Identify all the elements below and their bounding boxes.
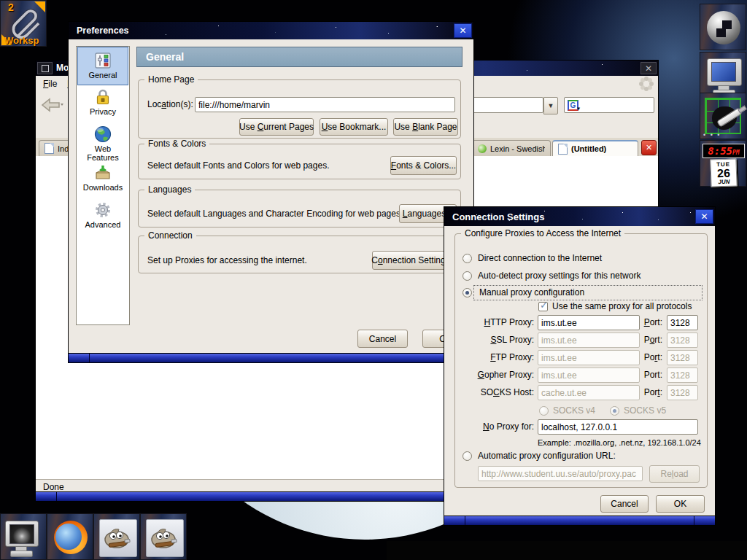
desktop: 2 Worksp • • • • • • 8:55PM TUE 26 JUN bbox=[0, 0, 747, 560]
use-bookmark-button[interactable]: Use Bookmark... bbox=[320, 118, 388, 136]
dock-item-clock[interactable]: 8:55PM TUE 26 JUN bbox=[700, 140, 746, 187]
group-languages: Languages Select default Languages and C… bbox=[138, 190, 461, 228]
general-icon bbox=[93, 51, 112, 70]
tool-grid-icon bbox=[705, 98, 741, 134]
ssl-proxy-label: SSL Proxy: bbox=[455, 332, 534, 348]
ftp-port-input[interactable]: 3128 bbox=[667, 350, 698, 365]
http-port-input[interactable]: 3128 bbox=[667, 315, 698, 330]
connection-titlebar[interactable]: Connection Settings ✕ bbox=[444, 207, 715, 226]
ftp-proxy-label: FTP Proxy: bbox=[455, 350, 534, 365]
no-proxy-input[interactable]: localhost, 127.0.0.1 bbox=[538, 419, 698, 435]
miniwindow-gimp-1[interactable] bbox=[93, 513, 140, 560]
ssl-proxy-input[interactable]: ims.ut.ee bbox=[538, 332, 640, 348]
radio-icon[interactable] bbox=[462, 271, 472, 281]
same-proxy-checkbox[interactable]: ✓ Use the same proxy for all protocols bbox=[538, 301, 692, 311]
gimp-wilber-icon bbox=[100, 520, 135, 555]
socks-v4-radio[interactable] bbox=[539, 406, 549, 416]
connection-resize-bar[interactable] bbox=[444, 516, 715, 525]
miniwindow-video[interactable] bbox=[0, 513, 47, 560]
preferences-close-button[interactable]: ✕ bbox=[454, 23, 472, 38]
proxy-url-input[interactable]: http://www.student.uu.se/auto/proxy.pac bbox=[478, 466, 643, 481]
back-button[interactable] bbox=[40, 96, 65, 114]
throbber-icon bbox=[645, 82, 648, 85]
dock-item-config-tool[interactable]: • • • bbox=[700, 93, 746, 139]
firefox-icon bbox=[54, 521, 88, 554]
dock-item-terminal[interactable]: • • • bbox=[700, 52, 746, 98]
miniwindow-gimp-2[interactable] bbox=[140, 513, 187, 560]
socks-host-label: SOCKS Host: bbox=[455, 385, 534, 400]
no-proxy-label: No Proxy for: bbox=[455, 419, 534, 435]
ssl-port-label: Port: bbox=[639, 332, 662, 348]
gopher-port-label: Port: bbox=[639, 368, 662, 383]
fonts-colors-button[interactable]: Fonts & Colors... bbox=[390, 156, 457, 175]
dialog-title: Connection Settings bbox=[452, 211, 544, 222]
google-logo-icon: G ▾ bbox=[568, 100, 578, 111]
gopher-proxy-input[interactable]: ims.ut.ee bbox=[538, 368, 640, 383]
socks-v5-radio[interactable] bbox=[610, 406, 619, 416]
fonts-colors-text: Select default Fonts and Colors for web … bbox=[147, 160, 329, 171]
group-legend: Configure Proxies to Access the Internet bbox=[461, 228, 624, 238]
use-blank-page-button[interactable]: Use Blank Page bbox=[393, 118, 458, 136]
workspace-clip[interactable]: 2 Worksp bbox=[0, 0, 47, 47]
sidebar-item-general[interactable]: General bbox=[77, 47, 128, 85]
search-engine-dropdown-icon[interactable]: ▾ bbox=[577, 104, 580, 112]
prefs-cancel-button[interactable]: Cancel bbox=[357, 330, 408, 348]
lexin-favicon bbox=[478, 144, 487, 153]
checkbox-icon[interactable]: ✓ bbox=[538, 302, 548, 311]
group-home-page: Home Page Location(s): file:///home/marv… bbox=[138, 79, 461, 139]
back-dropdown-icon bbox=[61, 104, 63, 106]
ftp-port-label: Port: bbox=[639, 350, 662, 365]
location-input[interactable]: file:///home/marvin bbox=[195, 97, 455, 112]
socks-version-row: SOCKS v4 SOCKS v5 bbox=[539, 405, 666, 416]
conn-cancel-button[interactable]: Cancel bbox=[600, 495, 649, 513]
reload-button[interactable]: Reload bbox=[649, 465, 700, 483]
socks-port-input[interactable]: 3128 bbox=[667, 385, 698, 400]
ssl-port-input[interactable]: 3128 bbox=[667, 332, 698, 348]
gopher-proxy-row: Gopher Proxy: ims.ut.ee Port: 3128 bbox=[455, 368, 707, 383]
tab-untitled[interactable]: (Untitled) bbox=[552, 140, 638, 156]
radio-manual[interactable]: Manual proxy configuration bbox=[462, 287, 584, 298]
socks-host-input[interactable]: cache.ut.ee bbox=[538, 385, 640, 400]
group-legend: Fonts & Colors bbox=[144, 139, 209, 149]
gopher-port-input[interactable]: 3128 bbox=[667, 368, 698, 383]
search-input[interactable]: G ▾ bbox=[564, 97, 654, 113]
example-text: Example: .mozilla.org, .net.nz, 192.168.… bbox=[538, 438, 701, 447]
conn-ok-button[interactable]: OK bbox=[656, 495, 705, 513]
radio-icon[interactable] bbox=[462, 254, 472, 263]
radio-auto-detect[interactable]: Auto-detect proxy settings for this netw… bbox=[462, 271, 640, 281]
url-dropdown-button[interactable]: ▼ bbox=[543, 97, 558, 114]
sidebar-item-web-features[interactable]: Web Features bbox=[78, 125, 128, 162]
tab-close-button[interactable]: ✕ bbox=[641, 140, 657, 155]
http-proxy-label: HTTP Proxy: bbox=[455, 315, 534, 330]
miniaturize-button[interactable] bbox=[37, 62, 53, 74]
tab-lexin[interactable]: Lexin - Swedish-... bbox=[472, 140, 551, 156]
sidebar-item-advanced[interactable]: Advanced bbox=[78, 201, 128, 229]
miniwindow-firefox[interactable] bbox=[47, 513, 93, 560]
radio-auto-url[interactable]: Automatic proxy configuration URL: bbox=[462, 451, 616, 461]
group-connection: Connection Set up Proxies for accessing … bbox=[138, 236, 461, 273]
status-text: Done bbox=[43, 482, 64, 492]
preferences-titlebar[interactable]: Preferences ✕ bbox=[69, 22, 473, 39]
ftp-proxy-row: FTP Proxy: ims.ut.ee Port: 3128 bbox=[455, 350, 707, 365]
radio-direct[interactable]: Direct connection to the Internet bbox=[462, 253, 602, 263]
connection-close-button[interactable]: ✕ bbox=[695, 209, 713, 224]
browser-close-button[interactable]: ✕ bbox=[640, 62, 657, 74]
sidebar-item-downloads[interactable]: Downloads bbox=[78, 163, 128, 192]
radio-icon-selected[interactable] bbox=[462, 288, 472, 298]
ftp-proxy-input[interactable]: ims.ut.ee bbox=[538, 350, 640, 365]
dialog-title: Preferences bbox=[77, 26, 129, 36]
gopher-proxy-label: Gopher Proxy: bbox=[455, 368, 534, 383]
group-fonts-colors: Fonts & Colors Select default Fonts and … bbox=[138, 144, 461, 179]
radio-icon[interactable] bbox=[462, 451, 472, 461]
group-legend: Connection bbox=[144, 230, 196, 241]
preferences-body: General Privacy bbox=[69, 39, 473, 355]
http-proxy-input[interactable]: ims.ut.ee bbox=[538, 315, 640, 330]
preferences-resize-bar[interactable] bbox=[69, 353, 473, 362]
sidebar-item-privacy[interactable]: Privacy bbox=[78, 88, 128, 116]
use-current-pages-button[interactable]: Use Current Pages bbox=[239, 118, 314, 136]
privacy-lock-icon bbox=[93, 88, 112, 106]
video-monitor-icon bbox=[5, 521, 39, 547]
menu-item-file[interactable]: File bbox=[43, 79, 57, 89]
page-icon bbox=[558, 144, 568, 155]
dock-item-wmaker[interactable] bbox=[700, 4, 746, 50]
